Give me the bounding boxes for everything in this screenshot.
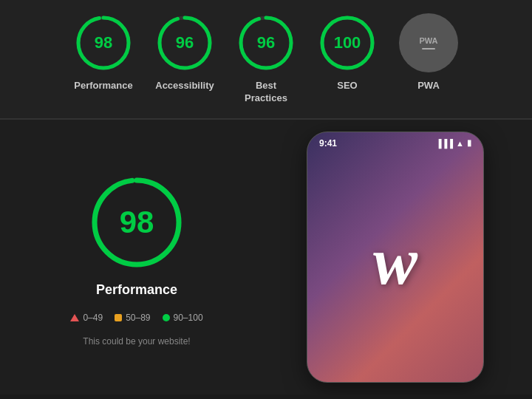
score-value-performance: 98 (95, 33, 112, 52)
score-pwa: PWA PWA (399, 13, 458, 92)
score-label-performance: Performance (74, 80, 132, 92)
phone-status-bar: 9:41 ▐▐▐ ▲ ▮ (307, 132, 483, 151)
score-label-seo: SEO (337, 80, 357, 92)
legend-range-mid: 50–89 (126, 313, 150, 323)
big-score-circle: 98 (89, 174, 185, 270)
tagline-text: This could be your website! (83, 336, 190, 347)
left-panel: 98 Performance 0–49 50–89 90–100 This co… (0, 120, 273, 395)
status-icons: ▐▐▐ ▲ ▮ (436, 138, 471, 148)
score-value-best-practices: 96 (257, 33, 275, 52)
score-label-best-practices: BestPractices (245, 80, 287, 105)
wifi-icon: ▲ (456, 139, 464, 148)
score-seo: 100 SEO (318, 13, 377, 92)
score-value-seo: 100 (334, 33, 361, 52)
score-accessibility: 96 Accessibility (155, 13, 214, 92)
legend-range-low: 0–49 (83, 313, 103, 323)
legend-high: 90–100 (163, 313, 203, 323)
phone-mockup: 9:41 ▐▐▐ ▲ ▮ w (307, 132, 484, 383)
signal-icon: ▐▐▐ (436, 139, 453, 148)
scores-header: 98 Performance 96 Accessibility 96 BestP… (0, 0, 532, 119)
score-circle-best-practices: 96 (236, 13, 296, 72)
phone-content: w (307, 151, 483, 372)
score-best-practices: 96 BestPractices (236, 13, 296, 105)
score-circle-seo: 100 (318, 13, 377, 72)
legend-low: 0–49 (70, 313, 103, 323)
big-score-label: Performance (96, 282, 177, 298)
score-label-accessibility: Accessibility (155, 80, 214, 92)
score-legend: 0–49 50–89 90–100 (70, 313, 202, 323)
right-panel: 9:41 ▐▐▐ ▲ ▮ w (273, 120, 532, 395)
w-logo: w (373, 228, 417, 295)
score-performance: 98 Performance (74, 13, 133, 92)
pwa-circle: PWA (399, 13, 458, 72)
battery-icon: ▮ (467, 138, 471, 148)
pwa-label-top: PWA (419, 36, 437, 45)
score-label-pwa: PWA (417, 80, 440, 92)
triangle-icon-low (70, 314, 79, 321)
score-value-accessibility: 96 (176, 33, 194, 52)
circle-icon-high (163, 314, 170, 321)
bottom-section: 98 Performance 0–49 50–89 90–100 This co… (0, 120, 532, 395)
legend-mid: 50–89 (115, 313, 150, 323)
score-circle-performance: 98 (74, 13, 133, 72)
score-circle-accessibility: 96 (155, 13, 214, 72)
legend-range-high: 90–100 (174, 313, 203, 323)
big-score-value: 98 (120, 205, 154, 240)
phone-time: 9:41 (319, 138, 337, 149)
pwa-dash-icon (422, 48, 435, 50)
square-icon-mid (115, 314, 122, 321)
